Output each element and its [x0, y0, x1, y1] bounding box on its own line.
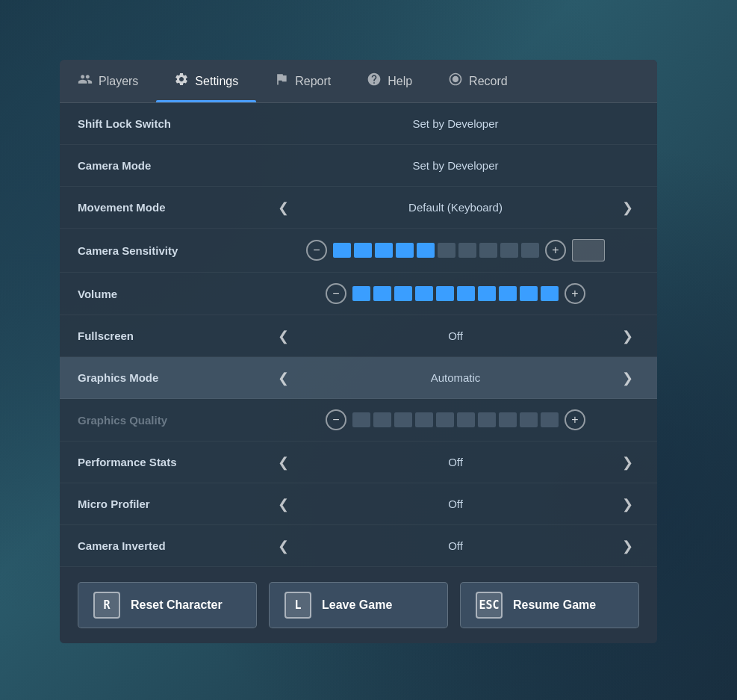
setting-micro-profiler: Micro Profiler ❮ Off ❯: [60, 483, 657, 525]
fullscreen-control: ❮ Off ❯: [272, 326, 639, 346]
reset-character-button[interactable]: R Reset Character: [78, 582, 257, 628]
graphics-mode-left[interactable]: ❮: [272, 368, 295, 388]
settings-panel: Players Settings Report: [60, 60, 657, 643]
setting-volume: Volume − +: [60, 273, 657, 315]
performance-stats-control: ❮ Off ❯: [272, 453, 639, 472]
camera-sensitivity-label: Camera Sensitivity: [78, 244, 272, 257]
volume-bars: [352, 286, 559, 301]
vol-bar-9: [520, 286, 538, 301]
bar-1: [333, 243, 351, 258]
resume-label: Resume Game: [513, 598, 596, 612]
camera-inverted-right[interactable]: ❯: [616, 536, 639, 556]
movement-mode-control: ❮ Default (Keyboard) ❯: [272, 198, 639, 217]
tab-players[interactable]: Players: [60, 60, 156, 102]
vol-bar-1: [352, 286, 370, 301]
help-icon: [367, 72, 382, 90]
camera-inverted-label: Camera Inverted: [78, 539, 272, 552]
gq-bar-5: [436, 412, 454, 427]
setting-movement-mode: Movement Mode ❮ Default (Keyboard) ❯: [60, 187, 657, 229]
setting-graphics-quality: Graphics Quality − +: [60, 399, 657, 442]
gq-bar-1: [352, 412, 370, 427]
tab-report[interactable]: Report: [256, 60, 349, 102]
leave-label: Leave Game: [322, 598, 392, 612]
micro-profiler-right[interactable]: ❯: [616, 495, 639, 514]
tab-record[interactable]: Record: [430, 60, 526, 102]
bar-2: [354, 243, 372, 258]
camera-mode-value: Set by Developer: [272, 159, 639, 172]
setting-shift-lock: Shift Lock Switch Set by Developer: [60, 103, 657, 145]
people-icon: [78, 72, 93, 90]
micro-profiler-left[interactable]: ❮: [272, 495, 295, 514]
settings-content: Shift Lock Switch Set by Developer Camer…: [60, 103, 657, 567]
gq-bar-8: [499, 412, 517, 427]
fullscreen-label: Fullscreen: [78, 329, 272, 342]
bar-6: [438, 243, 455, 258]
setting-performance-stats: Performance Stats ❮ Off ❯: [60, 442, 657, 483]
performance-stats-right[interactable]: ❯: [616, 453, 639, 472]
fullscreen-right[interactable]: ❯: [616, 326, 639, 346]
micro-profiler-value: Off: [301, 498, 610, 510]
gq-bar-2: [373, 412, 391, 427]
reset-key-badge: R: [93, 592, 120, 619]
vol-bar-5: [436, 286, 454, 301]
bottom-buttons: R Reset Character L Leave Game ESC Resum…: [60, 567, 657, 643]
camera-sensitivity-input[interactable]: 1: [572, 239, 605, 261]
setting-camera-mode: Camera Mode Set by Developer: [60, 145, 657, 187]
gq-bar-3: [394, 412, 412, 427]
setting-fullscreen: Fullscreen ❮ Off ❯: [60, 315, 657, 357]
performance-stats-value: Off: [301, 456, 610, 468]
tab-help-label: Help: [388, 75, 412, 88]
record-icon: [448, 72, 463, 90]
bar-3: [375, 243, 393, 258]
graphics-quality-slider: − +: [272, 409, 639, 430]
movement-mode-left[interactable]: ❮: [272, 198, 295, 217]
camera-inverted-left[interactable]: ❮: [272, 536, 295, 556]
graphics-quality-plus: +: [565, 409, 585, 430]
setting-graphics-mode: Graphics Mode ❮ Automatic ❯: [60, 357, 657, 399]
vol-bar-10: [541, 286, 559, 301]
graphics-mode-control: ❮ Automatic ❯: [272, 368, 639, 388]
volume-slider: − +: [272, 283, 639, 304]
tab-players-label: Players: [99, 75, 138, 88]
graphics-mode-right[interactable]: ❯: [616, 368, 639, 388]
gq-bar-10: [541, 412, 559, 427]
bar-7: [458, 243, 476, 258]
graphics-quality-minus: −: [326, 409, 346, 430]
fullscreen-left[interactable]: ❮: [272, 326, 295, 346]
leave-game-button[interactable]: L Leave Game: [269, 582, 448, 628]
camera-sensitivity-minus[interactable]: −: [306, 240, 327, 261]
gq-bar-7: [478, 412, 496, 427]
vol-bar-3: [394, 286, 412, 301]
micro-profiler-control: ❮ Off ❯: [272, 495, 639, 514]
volume-plus[interactable]: +: [565, 283, 585, 304]
camera-inverted-control: ❮ Off ❯: [272, 536, 639, 556]
tab-help[interactable]: Help: [349, 60, 430, 102]
performance-stats-left[interactable]: ❮: [272, 453, 295, 472]
tab-record-label: Record: [469, 75, 508, 88]
camera-sensitivity-bars: [333, 243, 539, 258]
tab-bar: Players Settings Report: [60, 60, 657, 103]
camera-sensitivity-plus[interactable]: +: [545, 240, 566, 261]
graphics-quality-bars: [352, 412, 559, 427]
micro-profiler-label: Micro Profiler: [78, 498, 272, 510]
bar-9: [500, 243, 518, 258]
tab-report-label: Report: [295, 75, 331, 88]
resume-game-button[interactable]: ESC Resume Game: [460, 582, 639, 628]
vol-bar-2: [373, 286, 391, 301]
performance-stats-label: Performance Stats: [78, 456, 272, 468]
bar-5: [417, 243, 435, 258]
shift-lock-label: Shift Lock Switch: [78, 117, 272, 130]
movement-mode-right[interactable]: ❯: [616, 198, 639, 217]
vol-bar-4: [415, 286, 433, 301]
bar-4: [396, 243, 414, 258]
flag-icon: [274, 72, 289, 90]
vol-bar-7: [478, 286, 496, 301]
tab-settings[interactable]: Settings: [156, 60, 256, 102]
resume-key-badge: ESC: [476, 592, 503, 619]
fullscreen-value: Off: [301, 329, 610, 342]
gq-bar-6: [457, 412, 475, 427]
graphics-mode-label: Graphics Mode: [78, 371, 272, 384]
camera-mode-label: Camera Mode: [78, 159, 272, 172]
volume-minus[interactable]: −: [326, 283, 346, 304]
volume-label: Volume: [78, 288, 272, 300]
